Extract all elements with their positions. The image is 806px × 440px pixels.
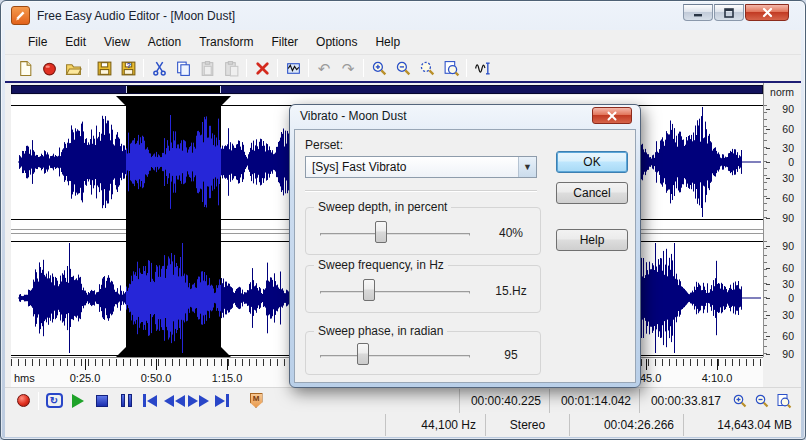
save-icon[interactable] [92, 57, 116, 79]
selection-marker[interactable] [116, 347, 126, 357]
sweep-phase-slider[interactable] [320, 355, 470, 358]
new-file-icon[interactable] [13, 57, 37, 79]
dialog-close-button[interactable] [592, 107, 632, 124]
menu-filter[interactable]: Filter [262, 32, 307, 52]
cancel-button[interactable]: Cancel [556, 182, 628, 204]
sweep-phase-slider-thumb[interactable] [357, 343, 369, 365]
sweep-frequency-slider[interactable] [320, 291, 470, 294]
zoom-in-icon[interactable] [729, 391, 751, 411]
paste-icon[interactable] [195, 57, 219, 79]
trim-selection-icon[interactable] [281, 57, 305, 79]
sweep-phase-group: Sweep phase, in radian 95 [305, 331, 541, 375]
preset-value: [Sys] Fast Vibrato [312, 160, 406, 174]
zoom-all-icon[interactable] [439, 57, 463, 79]
preset-dropdown[interactable]: [Sys] Fast Vibrato ▼ [305, 156, 537, 178]
selection-marker[interactable] [221, 347, 231, 357]
pause-button[interactable] [114, 391, 138, 411]
menu-action[interactable]: Action [139, 32, 190, 52]
scale-label: 0 [764, 292, 794, 304]
amplitude-scale: norm 90 60 30 0 30 60 90 90 60 30 0 30 6… [763, 83, 799, 357]
rewind-button[interactable] [162, 391, 186, 411]
menu-file[interactable]: File [19, 32, 56, 52]
zoom-out-icon[interactable] [391, 57, 415, 79]
menu-edit[interactable]: Edit [56, 32, 95, 52]
skip-end-button[interactable] [210, 391, 234, 411]
delete-icon[interactable] [250, 57, 274, 79]
pencil-icon [14, 9, 27, 22]
copy-icon[interactable] [171, 57, 195, 79]
minimize-button[interactable] [683, 4, 713, 21]
scale-label: 60 [764, 330, 794, 342]
selection-end-time: 00:01:14.042 [549, 389, 639, 413]
overview-bar[interactable] [11, 85, 763, 94]
scale-label: 90 [764, 103, 794, 115]
open-icon[interactable] [61, 57, 85, 79]
paste-insert-icon[interactable] [219, 57, 243, 79]
scale-label: 60 [764, 262, 794, 274]
app-window: Free Easy Audio Editor - [Moon Dust] Fil… [0, 0, 806, 440]
close-button[interactable] [745, 4, 789, 21]
skip-start-icon [143, 394, 157, 407]
minimize-icon [693, 8, 703, 17]
edit-tool-icon[interactable] [470, 57, 494, 79]
zoom-selection-icon[interactable] [415, 57, 439, 79]
status-sample-rate: 44,100 Hz [385, 414, 485, 436]
status-duration: 00:04:26.266 [569, 414, 683, 436]
sweep-frequency-group: Sweep frequency, in Hz 15.Hz [305, 265, 541, 313]
redo-icon[interactable]: ↷ [336, 57, 360, 79]
stop-icon [96, 395, 108, 407]
separator [305, 190, 537, 192]
maximize-icon [724, 8, 734, 18]
sweep-frequency-slider-thumb[interactable] [363, 279, 375, 301]
menu-view[interactable]: View [95, 32, 139, 52]
loop-button[interactable]: ↻ [42, 391, 66, 411]
record-icon [17, 394, 30, 407]
stop-button[interactable] [90, 391, 114, 411]
menu-help[interactable]: Help [366, 32, 409, 52]
help-button[interactable]: Help [556, 229, 628, 251]
sweep-depth-slider[interactable] [320, 233, 470, 236]
scale-label: 30 [764, 278, 794, 290]
rewind-icon [164, 395, 185, 407]
dialog-body: Perset: [Sys] Fast Vibrato ▼ Sweep depth… [294, 129, 636, 383]
menu-transform[interactable]: Transform [190, 32, 262, 52]
record-icon[interactable] [37, 57, 61, 79]
marker-button[interactable]: M [244, 391, 268, 411]
menu-bar: File Edit View Action Transform Filter O… [5, 30, 801, 55]
zoom-out-icon[interactable] [751, 391, 773, 411]
sweep-phase-label: Sweep phase, in radian [314, 324, 447, 338]
loop-icon: ↻ [46, 393, 63, 408]
fast-forward-button[interactable] [186, 391, 210, 411]
pause-icon [121, 394, 132, 407]
sweep-phase-value: 95 [484, 348, 538, 362]
record-button[interactable] [11, 391, 35, 411]
marker-icon: M [250, 393, 263, 408]
ruler-label: 1:15.0 [212, 372, 243, 384]
undo-icon[interactable]: ↶ [312, 57, 336, 79]
skip-start-button[interactable] [138, 391, 162, 411]
scale-label: 90 [764, 240, 794, 252]
sweep-depth-value: 40% [484, 226, 538, 240]
sweep-depth-slider-thumb[interactable] [375, 221, 387, 243]
scale-label: 60 [764, 192, 794, 204]
sweep-frequency-value: 15.Hz [484, 284, 538, 298]
ruler-label: 0:50.0 [141, 372, 172, 384]
scale-unit-label: norm [770, 86, 794, 98]
chevron-down-icon: ▼ [518, 157, 536, 177]
selection-marker[interactable] [116, 96, 126, 106]
zoom-in-icon[interactable] [367, 57, 391, 79]
zoom-all-icon[interactable] [773, 391, 795, 411]
window-title: Free Easy Audio Editor - [Moon Dust] [37, 9, 235, 23]
cut-icon[interactable] [147, 57, 171, 79]
app-icon [11, 6, 30, 25]
preset-label: Perset: [305, 138, 343, 152]
ok-button[interactable]: OK [556, 151, 628, 173]
scale-label: 0 [764, 156, 794, 168]
vibrato-dialog: Vibrato - Moon Dust Perset: [Sys] Fast V… [289, 104, 641, 388]
scale-label: 30 [764, 142, 794, 154]
selection-marker[interactable] [221, 96, 231, 106]
maximize-button[interactable] [714, 4, 744, 21]
menu-options[interactable]: Options [307, 32, 366, 52]
save-as-icon[interactable]: ? [116, 57, 140, 79]
play-button[interactable] [66, 391, 90, 411]
